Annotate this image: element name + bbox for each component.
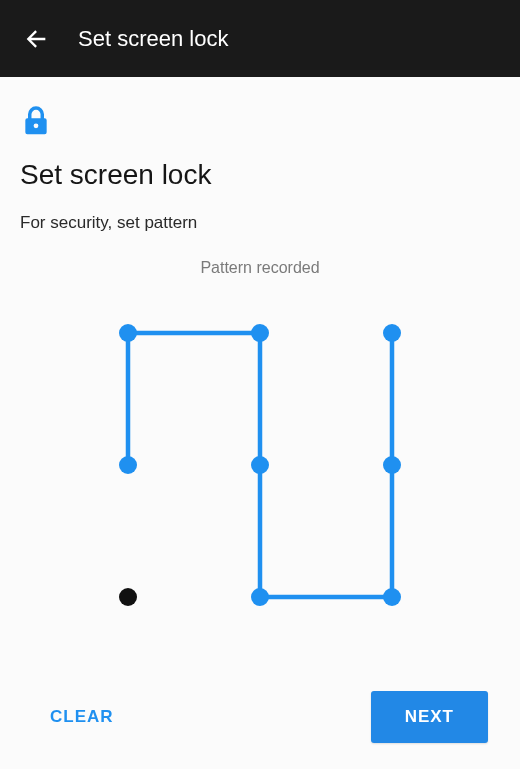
pattern-dot-7[interactable] <box>251 588 269 606</box>
app-bar: Set screen lock <box>0 0 520 77</box>
app-bar-title: Set screen lock <box>78 26 228 52</box>
page-title: Set screen lock <box>20 159 500 191</box>
pattern-dot-3[interactable] <box>119 456 137 474</box>
pattern-dot-4[interactable] <box>251 456 269 474</box>
pattern-dot-0[interactable] <box>119 324 137 342</box>
pattern-dot-5[interactable] <box>383 456 401 474</box>
pattern-status: Pattern recorded <box>200 259 319 277</box>
next-button[interactable]: NEXT <box>371 691 488 743</box>
pattern-dot-8[interactable] <box>383 588 401 606</box>
pattern-dot-1[interactable] <box>251 324 269 342</box>
arrow-back-icon <box>22 25 50 53</box>
content: Set screen lock For security, set patter… <box>0 77 520 769</box>
pattern-area[interactable] <box>20 291 500 677</box>
footer: CLEAR NEXT <box>20 677 500 769</box>
pattern-dot-6[interactable] <box>119 588 137 606</box>
page-subtitle: For security, set pattern <box>20 213 500 233</box>
lock-icon <box>20 105 500 141</box>
clear-button[interactable]: CLEAR <box>32 693 132 741</box>
pattern-grid[interactable] <box>110 315 410 615</box>
back-button[interactable] <box>18 21 54 57</box>
pattern-dot-2[interactable] <box>383 324 401 342</box>
